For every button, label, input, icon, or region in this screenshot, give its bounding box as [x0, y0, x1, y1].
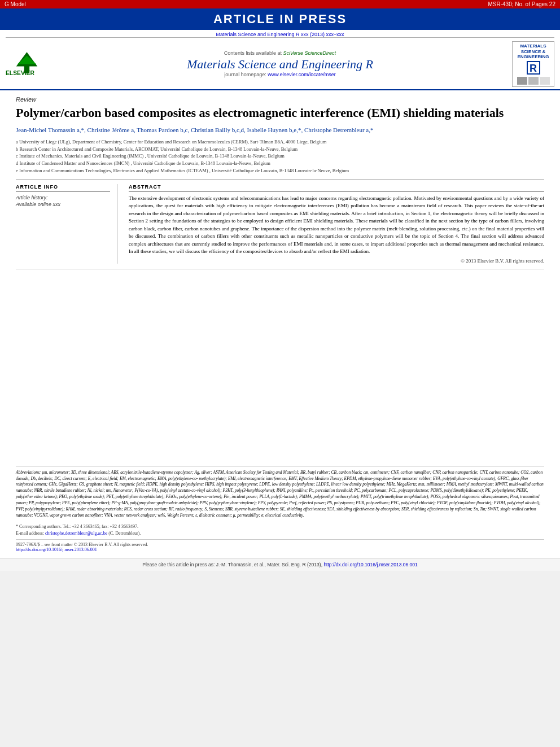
issn-line: 0927-796X/$ – see front matter © 2013 El… [16, 542, 544, 547]
journal-logo-box: MATERIALSSCIENCE &ENGINEERING R [512, 41, 554, 87]
email-address[interactable]: christophe.detrembleur@ulg.ac.be [45, 531, 107, 536]
citation-text: Please cite this article in press as: J.… [142, 562, 323, 567]
journal-logo-r: R [527, 61, 540, 75]
authors: Jean-Michel Thomassin a,*, Christine Jér… [16, 125, 544, 135]
doi-link-line: http://dx.doi.org/10.1016/j.mser.2013.06… [16, 547, 544, 552]
page-count-label: MSR-430; No. of Pages 22 [488, 1, 555, 7]
aip-banner: ARTICLE IN PRESS [0, 8, 560, 30]
main-content: Review Polymer/carbon based composites a… [0, 90, 560, 558]
affiliation-b: b Research Center in Architectured and C… [16, 146, 544, 153]
citation-doi[interactable]: http://dx.doi.org/10.1016/j.mser.2013.06… [323, 562, 417, 567]
section-label: Review [16, 96, 544, 103]
abbreviations-section: Abbreviations: μm, micrometer; 3D, three… [16, 466, 544, 519]
top-banner: G Model MSR-430; No. of Pages 22 [0, 0, 560, 8]
affiliation-a: a University of Liege (ULg), Department … [16, 138, 544, 146]
affiliation-e: e Information and Communications Technol… [16, 167, 544, 174]
article-info-col: ARTICLE INFO Article history: Available … [16, 184, 117, 264]
abstract-text: The extensive development of electronic … [129, 195, 544, 256]
affiliation-d: d Institute of Condensed Matter and Nano… [16, 160, 544, 167]
two-col-layout: ARTICLE INFO Article history: Available … [16, 184, 544, 264]
journal-center: Contents lists available at SciVerse Sci… [54, 50, 506, 77]
g-model-label: G Model [5, 1, 26, 7]
journal-abbrev: Materials Science and Engineering R xxx … [216, 32, 344, 37]
article-page: G Model MSR-430; No. of Pages 22 ARTICLE… [0, 0, 560, 571]
bottom-bar: Please cite this article in press as: J.… [0, 558, 560, 571]
journal-title: Materials Science and Engineering R [54, 57, 506, 72]
email-line: E-mail address: christophe.detrembleur@u… [16, 530, 544, 537]
svg-text:ELSEVIER: ELSEVIER [6, 70, 34, 76]
email-suffix: (C. Detrembleur). [108, 531, 141, 536]
article-title: Polymer/carbon based composites as elect… [16, 105, 544, 121]
abbrev-label: Abbreviations: [16, 470, 41, 475]
doi-url[interactable]: http://dx.doi.org/10.1016/j.mser.2013.06… [16, 547, 97, 552]
affiliation-c: c Institute of Mechanics, Materials and … [16, 152, 544, 160]
journal-logo-title: MATERIALSSCIENCE &ENGINEERING [514, 43, 552, 60]
sciverse-line: Contents lists available at SciVerse Sci… [54, 50, 506, 56]
logo-thumbs [514, 77, 552, 85]
article-info-title: ARTICLE INFO [16, 184, 110, 191]
elsevier-logo: ELSEVIER [6, 49, 48, 79]
doi-section: 0927-796X/$ – see front matter © 2013 El… [16, 539, 544, 552]
contact-info: * Corresponding authors. Tel.: +32 4 366… [16, 523, 544, 537]
abbrev-text: μm, micrometer; 3D, three dimensional; A… [16, 470, 544, 518]
affiliations: a University of Liege (ULg), Department … [16, 138, 544, 180]
email-label: E-mail address: [16, 531, 45, 536]
content-space [16, 269, 544, 461]
journal-homepage: journal homepage: www.elsevier.com/locat… [54, 72, 506, 77]
copyright: © 2013 Elsevier B.V. All rights reserved… [129, 258, 544, 264]
abstract-title: ABSTRACT [129, 184, 544, 191]
article-history: Article history: Available online xxx [16, 195, 110, 207]
corresponding-line: * Corresponding authors. Tel.: +32 4 366… [16, 523, 544, 530]
journal-header: ELSEVIER Contents lists available at Sci… [0, 38, 560, 90]
abstract-col: ABSTRACT The extensive development of el… [129, 184, 544, 264]
